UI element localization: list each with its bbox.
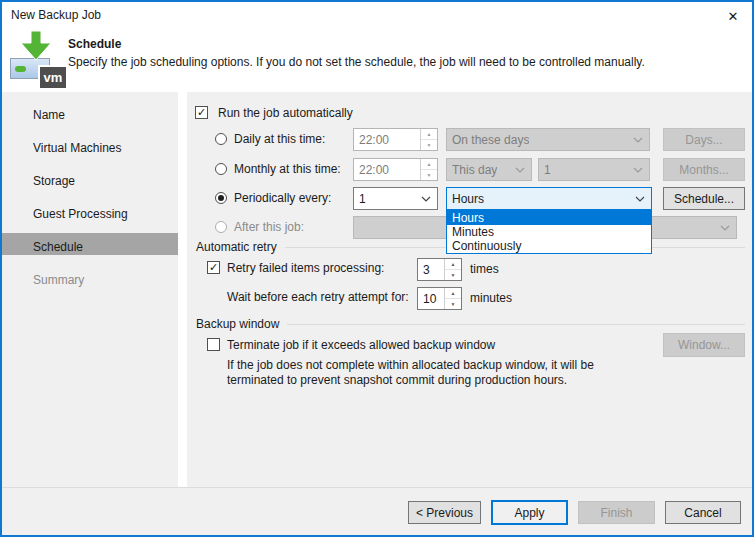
monthly-label[interactable]: Monthly at this time: [234,162,341,176]
monthly-time-value: 22:00 [354,159,420,180]
finish-button: Finish [578,501,655,524]
close-icon: ✕ [728,9,739,24]
footer-separator [2,487,752,488]
chevron-down-icon [635,196,645,202]
schedule-button[interactable]: Schedule... [663,187,745,210]
apply-button-label: Apply [514,506,544,520]
retry-wait-label: Wait before each retry attempt for: [227,290,409,304]
sidebar-item-summary: Summary [33,273,84,287]
spin-up-icon: ▲ [421,129,437,140]
monthly-day-dropdown: This day [446,158,532,181]
schedule-button-label: Schedule... [674,192,734,206]
sidebar-active-highlight [2,233,178,255]
months-button: Months... [663,158,745,181]
after-job-radio [215,221,227,233]
days-button: Days... [663,128,745,151]
cancel-button[interactable]: Cancel [665,501,741,524]
spin-up-icon[interactable]: ▲ [445,288,461,299]
monthly-radio[interactable] [215,163,227,175]
after-job-label: After this job: [234,220,304,234]
finish-button-label: Finish [600,506,632,520]
monthly-ordinal-dropdown: 1 [538,158,650,181]
check-icon: ✓ [197,107,206,118]
vm-card-dash [15,66,26,72]
apply-button[interactable]: Apply [491,500,568,525]
spin-down-icon: ▼ [421,170,437,180]
retry-wait-suffix: minutes [470,291,512,305]
daily-time-value: 22:00 [354,129,420,150]
run-automatically-checkbox[interactable]: ✓ [195,106,208,119]
spin-up-icon: ▲ [421,159,437,170]
backup-job-logo: vm [10,31,68,89]
months-button-label: Months... [679,163,728,177]
window-button-label: Window... [678,338,730,352]
retry-wait-spinner[interactable]: 10 ▲ ▼ [417,287,462,310]
previous-button-label: < Previous [416,506,473,520]
retry-count-spinner[interactable]: 3 ▲ ▼ [417,258,462,281]
retry-count-value: 3 [418,259,444,280]
check-icon: ✓ [209,262,218,273]
backup-window-note-line1: If the job does not complete within allo… [227,358,594,372]
periodically-label[interactable]: Periodically every: [234,191,331,205]
chevron-down-icon [633,137,643,143]
previous-button[interactable]: < Previous [408,501,481,524]
vm-logo-box: vm [38,65,66,88]
terminate-job-checkbox[interactable] [207,338,220,351]
monthly-time-spinner: 22:00 ▲ ▼ [353,158,438,181]
periodically-unit-dropdown[interactable]: Hours [446,187,652,210]
window-title: New Backup Job [11,8,101,22]
vm-logo-text: vm [44,70,63,85]
daily-radio[interactable] [215,133,227,145]
retry-wait-value: 10 [418,288,444,309]
unit-option-minutes[interactable]: Minutes [447,225,651,239]
backup-window-note-line2: terminated to prevent snapshot commit du… [227,373,567,387]
daily-label[interactable]: Daily at this time: [234,132,325,146]
page-title: Schedule [68,37,121,51]
unit-option-continuously[interactable]: Continuously [447,239,651,253]
chevron-down-icon [515,167,525,173]
automatic-retry-group-label: Automatic retry [196,240,285,254]
monthly-ordinal-value: 1 [544,163,551,177]
cancel-button-label: Cancel [684,506,721,520]
green-download-arrow-icon [18,31,54,61]
chevron-down-icon [633,167,643,173]
chevron-down-icon [421,196,431,202]
periodically-unit-value: Hours [452,192,484,206]
unit-option-hours[interactable]: Hours [447,211,651,225]
spin-down-icon: ▼ [421,140,437,150]
retry-failed-checkbox[interactable]: ✓ [207,261,220,274]
retry-count-suffix: times [470,262,499,276]
terminate-job-label[interactable]: Terminate job if it exceeds allowed back… [227,338,495,352]
daily-days-value: On these days [452,133,529,147]
new-backup-job-dialog: New Backup Job ✕ vm Schedule Specify the… [0,0,754,537]
monthly-day-value: This day [452,163,497,177]
unit-options-listbox: Hours Minutes Continuously [446,210,652,254]
sidebar-item-guest-processing[interactable]: Guest Processing [33,207,128,221]
sidebar-item-schedule[interactable]: Schedule [33,240,83,254]
page-description: Specify the job scheduling options. If y… [68,55,645,69]
backup-window-group-label: Backup window [196,317,287,331]
sidebar-item-virtual-machines[interactable]: Virtual Machines [33,141,122,155]
spin-up-icon[interactable]: ▲ [445,259,461,270]
sidebar-separator [178,92,187,487]
days-button-label: Days... [685,133,722,147]
window-button: Window... [663,333,745,357]
retry-failed-label[interactable]: Retry failed items processing: [227,261,384,275]
sidebar-item-storage[interactable]: Storage [33,174,75,188]
periodically-interval-dropdown[interactable]: 1 [353,187,438,210]
daily-days-dropdown: On these days [446,128,650,151]
close-button[interactable]: ✕ [718,4,748,28]
sidebar-item-name[interactable]: Name [33,108,65,122]
run-automatically-label[interactable]: Run the job automatically [218,106,353,120]
periodically-radio[interactable] [215,192,227,204]
chevron-down-icon [720,225,730,231]
spin-down-icon[interactable]: ▼ [445,299,461,309]
spin-down-icon[interactable]: ▼ [445,270,461,280]
periodically-interval-value: 1 [359,192,366,206]
daily-time-spinner: 22:00 ▲ ▼ [353,128,438,151]
